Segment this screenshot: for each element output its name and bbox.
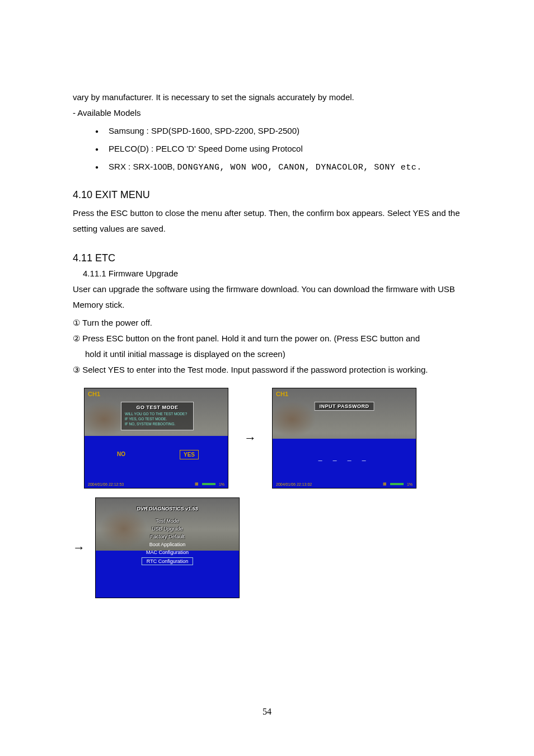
- document-page: vary by manufacturer. It is necessary to…: [0, 0, 534, 756]
- step-text: Select YES to enter into the Test mode. …: [82, 365, 428, 374]
- disk-icon: ▦: [383, 482, 387, 486]
- model-item-srx: ● SRX : SRX-100B, DONGYANG, WON WOO, CAN…: [95, 159, 461, 176]
- screenshot-row-2: → DVR DIAGNOSTICS v1.53 Test Mode USB Up…: [73, 497, 461, 598]
- heading-exit-menu: 4.10 EXIT MENU: [73, 189, 461, 201]
- dialog-title: GO TEST MODE: [125, 405, 190, 410]
- model-prefix: Samsung :: [109, 126, 151, 135]
- step-text-continuation: hold it until initial massage is display…: [85, 346, 461, 362]
- model-rest: SPD(SPD-1600, SPD-2200, SPD-2500): [151, 126, 299, 135]
- diagnostics-menu: Test Mode USB Upgrade Factory Default Bo…: [142, 518, 193, 565]
- dialog-line: WILL YOU GO TO THE TEST MODE?: [125, 411, 190, 416]
- bullet-icon: ●: [95, 159, 99, 175]
- step-2: ② Press ESC button on the front panel. H…: [73, 331, 461, 362]
- screenshot-row-1: CH1 GO TEST MODE WILL YOU GO TO THE TEST…: [84, 388, 461, 489]
- password-dialog-title: INPUT PASSWORD: [315, 402, 374, 411]
- menu-item-boot-application[interactable]: Boot Application: [149, 542, 186, 547]
- bullet-icon: ●: [95, 142, 99, 157]
- heading-etc: 4.11 ETC: [73, 252, 461, 264]
- channel-label: CH1: [276, 391, 288, 397]
- step-1: ① Turn the power off.: [73, 315, 461, 331]
- diagnostics-title: DVR DIAGNOSTICS v1.53: [137, 506, 198, 511]
- intro-line-2: - Available Models: [73, 105, 461, 121]
- arrow-right-icon: →: [73, 541, 85, 555]
- screenshot-diagnostics-menu: DVR DIAGNOSTICS v1.53 Test Mode USB Upgr…: [95, 497, 240, 598]
- step-marker: ②: [73, 334, 80, 343]
- blue-panel: [85, 436, 228, 480]
- model-item-samsung: ● Samsung : SPD(SPD-1600, SPD-2200, SPD-…: [95, 123, 461, 140]
- arrow-right-icon: →: [244, 431, 256, 445]
- menu-item-test-mode[interactable]: Test Mode: [156, 518, 179, 524]
- dialog-lines: WILL YOU GO TO THE TEST MODE? IF YES, GO…: [125, 411, 190, 426]
- step-text: Turn the power off.: [82, 318, 152, 327]
- model-rest: PELCO 'D' Speed Dome using Protocol: [156, 144, 303, 153]
- dialog-line: IF YES, GO TEST MODE.: [125, 416, 190, 421]
- step-text: Press ESC button on the front panel. Hol…: [82, 334, 420, 343]
- menu-item-mac-configuration[interactable]: MAC Configuration: [146, 550, 189, 555]
- timestamp: 2004/01/06 22:13:02: [276, 482, 312, 486]
- progress-bar: [390, 483, 404, 485]
- intro-line-1: vary by manufacturer. It is necessary to…: [73, 90, 461, 105]
- exit-menu-body: Press the ESC button to close the menu a…: [73, 205, 461, 237]
- menu-item-rtc-configuration[interactable]: RTC Configuration: [142, 557, 193, 565]
- no-button[interactable]: NO: [114, 450, 129, 458]
- password-input[interactable]: _ _ _ _: [318, 453, 371, 461]
- model-prefix: SRX : SRX-100B,: [109, 162, 177, 171]
- dialog-line: IF NO, SYSTEM REBOOTING.: [125, 421, 190, 426]
- progress-bar: [202, 483, 216, 485]
- available-models-list: ● Samsung : SPD(SPD-1600, SPD-2200, SPD-…: [95, 123, 461, 176]
- percent-label: 1%: [407, 482, 413, 486]
- step-marker: ①: [73, 318, 80, 327]
- model-rest: DONGYANG, WON WOO, CANON, DYNACOLOR, SON…: [177, 163, 422, 172]
- step-marker: ③: [73, 365, 80, 374]
- screenshot-test-mode-dialog: CH1 GO TEST MODE WILL YOU GO TO THE TEST…: [84, 388, 228, 489]
- firmware-upgrade-body: User can upgrade the software using the …: [73, 281, 461, 313]
- timestamp: 2004/01/06 22:12:53: [88, 482, 124, 486]
- menu-item-factory-default[interactable]: Factory Default: [150, 534, 184, 539]
- page-number: 54: [0, 707, 534, 717]
- status-bar: 2004/01/06 22:12:53 ▦ 1%: [85, 480, 228, 488]
- screenshot-input-password: CH1 INPUT PASSWORD _ _ _ _ 2004/01/06 22…: [272, 388, 416, 489]
- menu-item-usb-upgrade[interactable]: USB Upgrade: [152, 526, 183, 532]
- heading-firmware-upgrade: 4.11.1 Firmware Upgrade: [83, 269, 461, 278]
- channel-label: CH1: [88, 391, 100, 397]
- test-mode-dialog: GO TEST MODE WILL YOU GO TO THE TEST MOD…: [121, 402, 194, 430]
- status-bar: 2004/01/06 22:13:02 ▦ 1%: [273, 480, 416, 488]
- model-prefix: PELCO(D) :: [109, 144, 156, 153]
- bullet-icon: ●: [95, 124, 99, 139]
- yes-button[interactable]: YES: [180, 450, 199, 459]
- firmware-steps: ① Turn the power off. ② Press ESC button…: [73, 315, 461, 378]
- percent-label: 1%: [219, 482, 224, 486]
- model-item-pelco: ● PELCO(D) : PELCO 'D' Speed Dome using …: [95, 141, 461, 158]
- step-3: ③ Select YES to enter into the Test mode…: [73, 362, 461, 378]
- disk-icon: ▦: [195, 482, 199, 486]
